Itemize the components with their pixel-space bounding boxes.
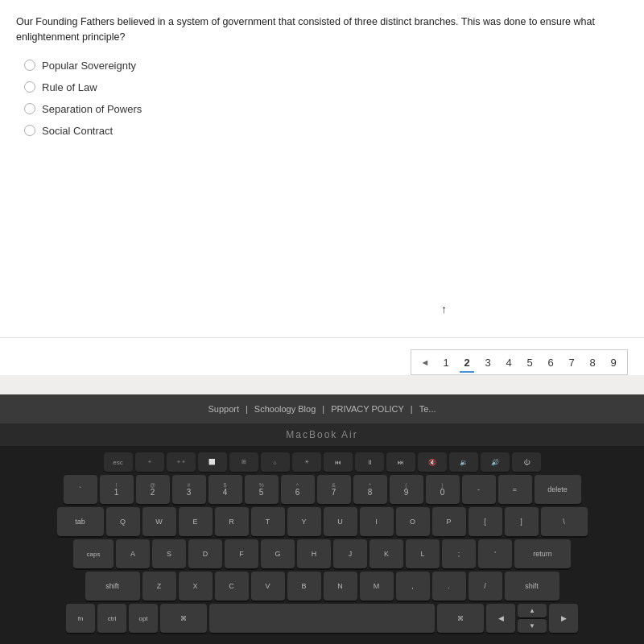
key-period[interactable]: . (432, 572, 466, 601)
key-s[interactable]: S (152, 539, 186, 568)
key-space[interactable] (209, 604, 435, 633)
footer-blog[interactable]: Schoology Blog (254, 404, 316, 414)
key-u[interactable]: U (324, 507, 357, 536)
key-slash[interactable]: / (469, 572, 502, 601)
footer-terms[interactable]: Te... (419, 404, 436, 414)
key-7[interactable]: &7 (317, 475, 351, 504)
key-4[interactable]: $4 (208, 475, 242, 504)
key-option[interactable]: opt (129, 604, 158, 633)
key-quote[interactable]: ' (478, 539, 512, 568)
radio-option-3[interactable] (24, 103, 35, 114)
key-t[interactable]: T (251, 507, 285, 536)
list-item[interactable]: Rule of Law (24, 81, 628, 93)
key-3[interactable]: #3 (172, 475, 206, 504)
key-bracket-open[interactable]: [ (469, 507, 502, 536)
key-f[interactable]: F (225, 539, 258, 568)
key-comma[interactable]: , (396, 572, 430, 601)
key-tab[interactable]: tab (57, 507, 104, 536)
key-w[interactable]: W (142, 507, 176, 536)
key-delete[interactable]: delete (535, 475, 581, 504)
key-g[interactable]: G (261, 539, 295, 568)
key-f1[interactable]: ✦ (135, 452, 164, 472)
key-fn[interactable]: fn (66, 604, 95, 633)
key-c[interactable]: C (215, 572, 249, 601)
key-arrow-right[interactable]: ▶ (549, 604, 578, 633)
key-shift-right[interactable]: shift (505, 572, 559, 601)
key-a[interactable]: A (116, 539, 150, 568)
list-item[interactable]: Popular Sovereignty (24, 60, 628, 72)
key-f4[interactable]: ⊞ (229, 452, 258, 472)
key-capslock[interactable]: caps (73, 539, 114, 568)
key-f10[interactable]: 🔇 (418, 452, 447, 472)
key-cmd-left[interactable]: ⌘ (160, 604, 207, 633)
key-bracket-close[interactable]: ] (505, 507, 539, 536)
key-shift-left[interactable]: shift (85, 572, 140, 601)
key-f5[interactable]: ☼ (261, 452, 290, 472)
key-cmd-right[interactable]: ⌘ (437, 604, 484, 633)
pagination-page-7[interactable]: 7 (561, 352, 582, 373)
key-equal[interactable]: = (498, 475, 532, 504)
key-arrow-up[interactable]: ▲ (518, 604, 547, 617)
key-f11[interactable]: 🔉 (449, 452, 478, 472)
key-arrow-down[interactable]: ▼ (518, 619, 547, 633)
key-p[interactable]: P (432, 507, 466, 536)
key-9[interactable]: (9 (390, 475, 423, 504)
key-5[interactable]: %5 (245, 475, 279, 504)
key-6[interactable]: ^6 (281, 475, 315, 504)
key-power[interactable]: ⏻ (512, 452, 541, 472)
key-k[interactable]: K (369, 539, 403, 568)
key-r[interactable]: R (215, 507, 249, 536)
key-backtick[interactable]: ` (64, 475, 97, 504)
key-m[interactable]: M (360, 572, 394, 601)
key-arrow-left[interactable]: ◀ (486, 604, 515, 633)
key-semicolon[interactable]: ; (442, 539, 476, 568)
key-ctrl[interactable]: ctrl (97, 604, 126, 633)
key-0[interactable]: )0 (426, 475, 460, 504)
key-8[interactable]: *8 (353, 475, 387, 504)
key-f8[interactable]: ⏸ (355, 452, 384, 472)
key-j[interactable]: J (333, 539, 367, 568)
radio-option-1[interactable] (24, 60, 35, 71)
key-i[interactable]: I (360, 507, 394, 536)
key-1[interactable]: !1 (100, 475, 134, 504)
key-b[interactable]: B (287, 572, 321, 601)
pagination-page-8[interactable]: 8 (582, 352, 603, 373)
footer-support[interactable]: Support (208, 404, 239, 414)
pagination-page-9[interactable]: 9 (603, 352, 624, 373)
pagination-page-5[interactable]: 5 (519, 352, 540, 373)
footer-privacy[interactable]: PRIVACY POLICY (331, 404, 404, 414)
key-esc[interactable]: esc (104, 452, 133, 472)
key-f7[interactable]: ⏮ (324, 452, 353, 472)
key-v[interactable]: V (251, 572, 285, 601)
key-f6[interactable]: ☀ (292, 452, 321, 472)
pagination-page-2[interactable]: 2 (456, 352, 477, 373)
key-2[interactable]: @2 (136, 475, 170, 504)
key-f9[interactable]: ⏭ (386, 452, 415, 472)
radio-option-2[interactable] (24, 81, 35, 93)
key-h[interactable]: H (297, 539, 331, 568)
pagination-page-1[interactable]: 1 (436, 352, 456, 373)
pagination-page-3[interactable]: 3 (477, 352, 498, 373)
asdf-key-row: caps A S D F G H J K L ; ' return (8, 539, 636, 568)
key-f12[interactable]: 🔊 (481, 452, 510, 472)
key-return[interactable]: return (514, 539, 571, 568)
key-f3[interactable]: ⬜ (198, 452, 227, 472)
key-d[interactable]: D (188, 539, 222, 568)
pagination-page-6[interactable]: 6 (540, 352, 561, 373)
key-backslash[interactable]: \ (541, 507, 588, 536)
key-e[interactable]: E (179, 507, 213, 536)
pagination-page-4[interactable]: 4 (498, 352, 519, 373)
key-f2[interactable]: ✦✦ (167, 452, 196, 472)
key-x[interactable]: X (179, 572, 213, 601)
list-item[interactable]: Separation of Powers (24, 103, 628, 115)
key-l[interactable]: L (406, 539, 440, 568)
key-z[interactable]: Z (142, 572, 176, 601)
key-minus[interactable]: - (462, 475, 496, 504)
key-o[interactable]: O (396, 507, 430, 536)
key-n[interactable]: N (324, 572, 357, 601)
key-y[interactable]: Y (287, 507, 321, 536)
key-q[interactable]: Q (106, 507, 140, 536)
list-item[interactable]: Social Contract (24, 125, 628, 137)
radio-option-4[interactable] (24, 125, 35, 136)
pagination-prev-button[interactable]: ◄ (415, 352, 436, 373)
